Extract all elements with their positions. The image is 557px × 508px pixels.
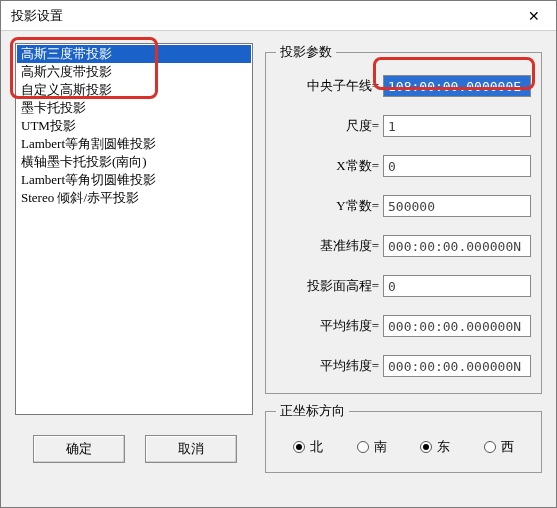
- param-input[interactable]: [383, 75, 531, 97]
- radio-label: 西: [501, 438, 514, 456]
- list-item[interactable]: 高斯六度带投影: [17, 63, 251, 81]
- direction-legend: 正坐标方向: [276, 402, 349, 420]
- titlebar: 投影设置 ✕: [1, 1, 556, 31]
- right-column: 投影参数 中央子午线=尺度=X常数=Y常数=基准纬度=投影面高程=平均纬度=平均…: [265, 43, 542, 491]
- param-label: 平均纬度=: [320, 357, 379, 375]
- close-button[interactable]: ✕: [512, 1, 556, 30]
- cancel-button-label: 取消: [178, 440, 204, 458]
- content-area: 高斯三度带投影高斯六度带投影自定义高斯投影墨卡托投影UTM投影Lambert等角…: [1, 31, 556, 507]
- cancel-button[interactable]: 取消: [145, 435, 237, 463]
- param-row: 基准纬度=: [276, 235, 531, 257]
- param-label: X常数=: [336, 157, 379, 175]
- param-input[interactable]: [383, 355, 531, 377]
- ok-button[interactable]: 确定: [33, 435, 125, 463]
- ok-button-label: 确定: [66, 440, 92, 458]
- param-label: 尺度=: [346, 117, 379, 135]
- param-label: 平均纬度=: [320, 317, 379, 335]
- radio-icon: [357, 441, 369, 453]
- radio-label: 东: [437, 438, 450, 456]
- projection-params-group: 投影参数 中央子午线=尺度=X常数=Y常数=基准纬度=投影面高程=平均纬度=平均…: [265, 43, 542, 394]
- list-item[interactable]: Lambert等角切圆锥投影: [17, 171, 251, 189]
- list-item[interactable]: UTM投影: [17, 117, 251, 135]
- param-row: 尺度=: [276, 115, 531, 137]
- window-title: 投影设置: [11, 7, 63, 25]
- param-row: 投影面高程=: [276, 275, 531, 297]
- param-input[interactable]: [383, 315, 531, 337]
- close-icon: ✕: [528, 8, 540, 24]
- button-row: 确定 取消: [15, 435, 253, 463]
- radio-西[interactable]: 西: [484, 438, 514, 456]
- radio-label: 南: [374, 438, 387, 456]
- param-row: 平均纬度=: [276, 315, 531, 337]
- radio-东[interactable]: 东: [420, 438, 450, 456]
- param-row: 平均纬度=: [276, 355, 531, 377]
- param-input[interactable]: [383, 275, 531, 297]
- param-input[interactable]: [383, 155, 531, 177]
- projection-settings-dialog: 投影设置 ✕ 高斯三度带投影高斯六度带投影自定义高斯投影墨卡托投影UTM投影La…: [0, 0, 557, 508]
- param-label: 基准纬度=: [320, 237, 379, 255]
- radio-icon: [293, 441, 305, 453]
- param-row: X常数=: [276, 155, 531, 177]
- list-item[interactable]: Stereo 倾斜/赤平投影: [17, 189, 251, 207]
- list-item[interactable]: Lambert等角割圆锥投影: [17, 135, 251, 153]
- param-label: Y常数=: [336, 197, 379, 215]
- projection-params-legend: 投影参数: [276, 43, 336, 61]
- param-input[interactable]: [383, 235, 531, 257]
- list-item[interactable]: 自定义高斯投影: [17, 81, 251, 99]
- radio-icon: [420, 441, 432, 453]
- radio-南[interactable]: 南: [357, 438, 387, 456]
- list-item[interactable]: 高斯三度带投影: [17, 45, 251, 63]
- param-row: Y常数=: [276, 195, 531, 217]
- radio-icon: [484, 441, 496, 453]
- param-label: 中央子午线=: [307, 77, 379, 95]
- left-column: 高斯三度带投影高斯六度带投影自定义高斯投影墨卡托投影UTM投影Lambert等角…: [15, 43, 253, 491]
- param-row: 中央子午线=: [276, 75, 531, 97]
- param-label: 投影面高程=: [307, 277, 379, 295]
- radio-北[interactable]: 北: [293, 438, 323, 456]
- param-input[interactable]: [383, 195, 531, 217]
- direction-group: 正坐标方向 北南东西: [265, 402, 542, 473]
- list-item[interactable]: 墨卡托投影: [17, 99, 251, 117]
- radio-label: 北: [310, 438, 323, 456]
- projection-listbox[interactable]: 高斯三度带投影高斯六度带投影自定义高斯投影墨卡托投影UTM投影Lambert等角…: [15, 43, 253, 415]
- param-input[interactable]: [383, 115, 531, 137]
- list-item[interactable]: 横轴墨卡托投影(南向): [17, 153, 251, 171]
